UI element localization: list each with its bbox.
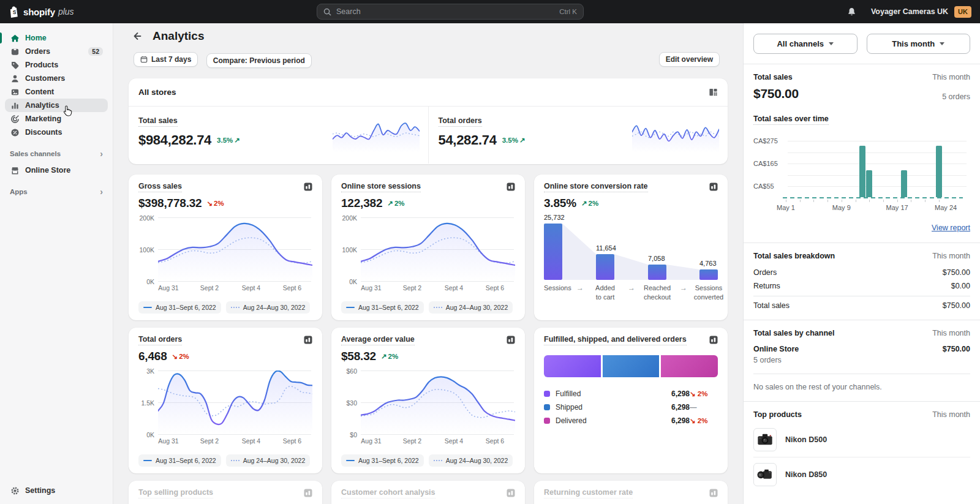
back-button[interactable] xyxy=(129,28,145,44)
sales-over-time-chart: CA$275CA$165CA$55May 1May 9May 17May 24 xyxy=(753,132,970,213)
fulfillment-legend-row: Fulfilled6,298↘ 2% xyxy=(544,387,718,401)
compare-button[interactable]: Compare: Previous period xyxy=(206,53,312,68)
fulfilled-segment xyxy=(544,355,601,377)
shopify-plus-logo: S shopify plus xyxy=(9,6,74,18)
product-row-nikon-d500[interactable]: Nikon D500 xyxy=(753,423,970,457)
chart-legend: Aug 31–Sept 6, 2022 Aug 24–Aug 30, 2022 xyxy=(341,301,513,314)
product-row-nikon-d850[interactable]: Nikon D850 xyxy=(753,457,970,492)
sidebar-item-home[interactable]: Home xyxy=(5,31,108,45)
legend-current: Aug 31–Sept 6, 2022 xyxy=(138,454,221,467)
chart-column-icon[interactable] xyxy=(304,489,312,497)
breakdown-row-orders: Orders$750.00 xyxy=(753,266,970,279)
period-filter-dropdown[interactable]: This month xyxy=(867,34,971,54)
edit-overview-button[interactable]: Edit overview xyxy=(659,52,720,67)
sidebar-item-customers[interactable]: Customers xyxy=(5,72,108,85)
channel-row-online-store: Online Store$750.00 xyxy=(753,345,970,353)
global-search[interactable]: Ctrl K xyxy=(317,4,584,20)
sidebar-item-label: Marketing xyxy=(25,115,61,123)
sales-bar xyxy=(901,170,907,197)
sidebar-item-marketing[interactable]: Marketing xyxy=(5,112,108,126)
chart-column-icon[interactable] xyxy=(507,489,515,497)
fulfillment-stacked-bar xyxy=(544,355,718,377)
channel-filter-dropdown[interactable]: All channels xyxy=(753,34,858,54)
product-name: Nikon D500 xyxy=(785,435,827,444)
funnel-value: 11,654 xyxy=(596,244,616,252)
camera-front-image xyxy=(756,431,774,449)
card-title: Customer cohort analysis xyxy=(341,488,435,498)
sessions-chart: 200K100K0KAug 31Sept 2Sept 4Sept 6 xyxy=(341,215,515,292)
legend-swatch xyxy=(544,391,550,397)
arrow-right-icon: → xyxy=(628,284,635,292)
sidebar-item-products[interactable]: Products xyxy=(5,58,108,72)
chart-column-icon[interactable] xyxy=(709,336,718,344)
sidebar-item-label: Content xyxy=(25,88,54,96)
funnel-stage-label: Reachedcheckout xyxy=(638,284,677,302)
section-title: Top products xyxy=(753,410,802,419)
sidebar-item-discounts[interactable]: Discounts xyxy=(5,126,108,139)
breakdown-row-returns: Returns$0.00 xyxy=(753,279,970,293)
legend-previous: Aug 24–Aug 30, 2022 xyxy=(226,454,311,467)
funnel-bar xyxy=(699,269,718,280)
card-value: 3.85% xyxy=(544,197,576,210)
panel-by-channel-section: Total sales by channel This month Online… xyxy=(744,320,980,402)
chart-column-icon[interactable] xyxy=(507,182,515,191)
view-report-link[interactable]: View report xyxy=(932,224,970,232)
chart-legend: Aug 31–Sept 6, 2022 Aug 24–Aug 30, 2022 xyxy=(138,301,310,314)
sidebar-item-online-store[interactable]: Online Store xyxy=(5,164,108,177)
panel-breakdown-section: Total sales breakdown This month Orders$… xyxy=(744,243,980,320)
store-avatar-badge: UK xyxy=(954,6,971,18)
change-badge: ↗2% xyxy=(387,199,404,208)
sidebar-item-content[interactable]: Content xyxy=(5,85,108,99)
legend-swatch xyxy=(544,404,550,410)
panel-total-sales-section: Total sales This month $750.00 5 orders … xyxy=(744,64,980,243)
legend-label: Shipped xyxy=(556,403,582,412)
sidebar-section-apps[interactable]: Apps › xyxy=(5,186,108,198)
legend-previous: Aug 24–Aug 30, 2022 xyxy=(429,454,513,467)
total-orders-card: Total orders 6,468 ↘2% 3K1.5K0KAug 31Sep… xyxy=(129,328,322,473)
fulfillment-legend-row: Delivered6,298↘ 2% xyxy=(544,414,718,427)
svg-text:S: S xyxy=(13,9,17,15)
chart-column-icon[interactable] xyxy=(709,489,718,497)
account-menu[interactable]: Voyager Cameras UK UK xyxy=(847,0,971,23)
gear-icon xyxy=(10,486,20,495)
chart-column-icon[interactable] xyxy=(709,182,718,191)
product-thumbnail xyxy=(753,463,777,486)
change-badge: ↘ 2% xyxy=(690,416,718,425)
chart-column-icon[interactable] xyxy=(304,336,312,344)
solid-line-swatch xyxy=(346,460,355,461)
page-header: Analytics xyxy=(129,28,204,44)
sidebar-item-label: Products xyxy=(25,61,58,69)
date-range-button[interactable]: Last 7 days xyxy=(134,52,198,67)
sidebar-section-sales-channels[interactable]: Sales channels › xyxy=(5,148,108,160)
legend-value: 6,298 xyxy=(671,403,690,412)
sidebar-item-analytics[interactable]: Analytics xyxy=(5,99,108,112)
stores-grid-icon[interactable] xyxy=(709,88,718,97)
legend-value: 6,298 xyxy=(671,389,690,398)
legend-current: Aug 31–Sept 6, 2022 xyxy=(341,454,424,467)
funnel-stage-label: Sessionsconverted xyxy=(689,284,728,302)
panel-filters: All channels This month xyxy=(744,23,980,64)
section-title: Total sales by channel xyxy=(753,329,834,337)
chevron-right-icon: › xyxy=(100,149,103,158)
card-title: Returning customer rate xyxy=(544,488,633,498)
over-time-title: Total sales over time xyxy=(753,115,829,125)
marketing-icon xyxy=(10,115,20,124)
sidebar-nav: HomeOrders52ProductsCustomersContentAnal… xyxy=(0,23,113,139)
top-selling-products-card: Top selling products xyxy=(129,481,322,504)
products-icon xyxy=(10,61,20,70)
arrow-right-icon: → xyxy=(576,284,584,292)
section-period: This month xyxy=(932,410,970,419)
funnel-value: 25,732 xyxy=(544,214,565,221)
chart-column-icon[interactable] xyxy=(507,336,515,344)
returning-customer-rate-card: Returning customer rate xyxy=(534,481,728,504)
search-input[interactable] xyxy=(336,7,554,16)
card-value: 122,382 xyxy=(341,197,382,210)
sidebar-item-settings[interactable]: Settings xyxy=(5,483,108,498)
search-icon xyxy=(323,8,331,16)
sidebar-item-orders[interactable]: Orders52 xyxy=(5,45,108,58)
store-icon xyxy=(10,166,20,175)
chart-column-icon[interactable] xyxy=(304,182,312,191)
dotted-line-swatch xyxy=(434,460,442,461)
panel-orders-count: 5 orders xyxy=(942,92,970,101)
notifications-button[interactable] xyxy=(847,7,856,17)
